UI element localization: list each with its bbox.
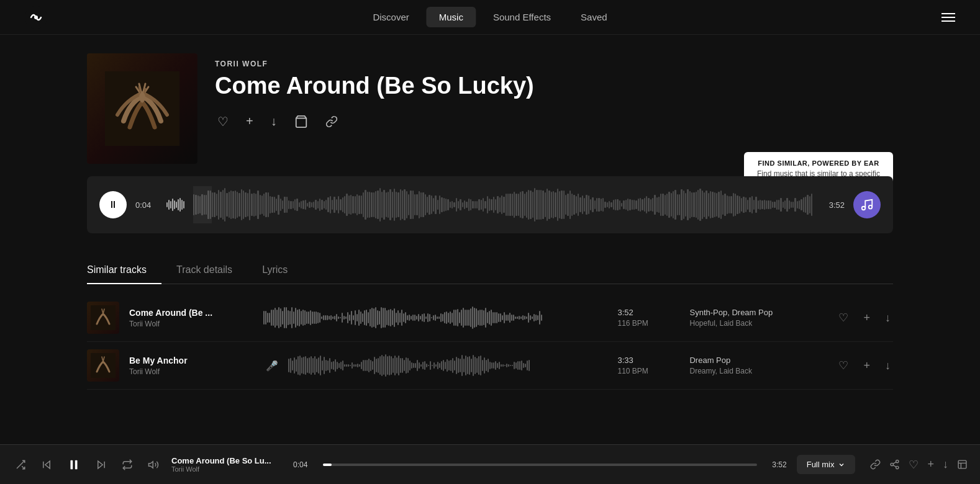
bp-right-actions: ♡ + ↓ (870, 458, 968, 472)
svg-point-18 (896, 460, 899, 462)
track-add-button[interactable]: + (861, 309, 873, 327)
full-mix-label: Full mix (807, 460, 835, 469)
tabs-section: Similar tracks Track details Lyrics (0, 238, 980, 284)
album-art (87, 53, 197, 164)
current-time: 0:04 (135, 200, 158, 210)
hero-info: TORII WOLF Come Around (Be So Lucky) ♡ +… (215, 53, 893, 132)
tab-similar-tracks[interactable]: Similar tracks (87, 258, 161, 284)
copy-link-button[interactable] (323, 113, 340, 130)
track-info: Come Around (Be ... Torii Wolf (129, 308, 253, 328)
mic-icon: 🎤 (266, 360, 278, 372)
nav-discover[interactable]: Discover (360, 7, 421, 27)
svg-rect-23 (958, 460, 966, 468)
nav-saved[interactable]: Saved (568, 7, 620, 27)
tab-track-details[interactable]: Track details (176, 258, 247, 284)
track-list: Come Around (Be ... Torii Wolf 3:52 116 … (0, 284, 980, 390)
bottom-player: Come Around (Be So Lu... Torii Wolf 0:04… (0, 444, 980, 484)
pause-button[interactable]: ⏸ (99, 191, 127, 218)
download-button[interactable]: ↓ (268, 112, 279, 131)
track-info: Be My Anchor Torii Wolf (129, 356, 253, 376)
repeat-button[interactable] (119, 457, 135, 473)
track-thumbnail (87, 302, 119, 334)
shuffle-button[interactable] (12, 457, 29, 473)
bp-download-button[interactable]: ↓ (943, 458, 948, 471)
bp-total-time: 3:52 (764, 460, 787, 469)
svg-rect-7 (91, 305, 116, 330)
svg-point-5 (862, 207, 866, 210)
waveform[interactable] (193, 186, 814, 223)
track-duration-info: 3:52 116 BPM (617, 308, 679, 328)
full-mix-button[interactable]: Full mix (797, 455, 856, 474)
hero-artist: TORII WOLF (215, 60, 893, 68)
track-duration: 3:52 (617, 308, 679, 317)
bp-fullscreen-button[interactable] (957, 459, 968, 470)
track-waveform[interactable] (288, 353, 607, 378)
pause-icon: ⏸ (108, 199, 118, 210)
svg-marker-15 (98, 461, 103, 468)
svg-rect-14 (75, 460, 78, 469)
nav-links: Discover Music Sound Effects Saved (360, 7, 619, 27)
svg-point-3 (139, 92, 145, 102)
bp-track-info: Come Around (Be So Lu... Torii Wolf (171, 456, 283, 473)
svg-rect-2 (105, 71, 179, 146)
svg-point-19 (891, 463, 894, 465)
svg-marker-11 (45, 461, 50, 468)
track-genre: Synth-Pop, Dream Pop (689, 308, 826, 317)
track-duration-info: 3:33 110 BPM (617, 356, 679, 375)
track-genre-info: Synth-Pop, Dream Pop Hopeful, Laid Back (689, 308, 826, 328)
ear-button[interactable] (853, 191, 881, 218)
track-download-button[interactable]: ↓ (882, 357, 893, 375)
track-add-button[interactable]: + (861, 357, 873, 375)
waveform-mini (166, 195, 184, 214)
add-to-playlist-button[interactable]: + (243, 112, 256, 131)
track-genre: Dream Pop (689, 356, 826, 365)
track-artist: Torii Wolf (129, 320, 253, 328)
track-mood: Dreamy, Laid Back (689, 367, 826, 375)
svg-point-6 (869, 205, 873, 209)
track-row: Come Around (Be ... Torii Wolf 3:52 116 … (87, 294, 893, 342)
bp-add-button[interactable]: + (927, 458, 934, 471)
bp-pause-button[interactable] (65, 455, 83, 474)
svg-point-1 (34, 16, 38, 19)
track-bpm: 110 BPM (617, 367, 679, 375)
hero-actions: ♡ + ↓ (215, 112, 893, 132)
svg-point-20 (896, 466, 899, 468)
track-bpm: 116 BPM (617, 319, 679, 328)
waveform-progress (193, 186, 212, 223)
track-duration: 3:33 (617, 356, 679, 365)
track-waveform[interactable] (263, 305, 607, 330)
waveform-player: ⏸ 0:04 3:52 (87, 176, 893, 233)
logo[interactable] (25, 6, 47, 29)
tab-lyrics[interactable]: Lyrics (262, 258, 302, 284)
menu-icon[interactable] (941, 13, 955, 22)
cart-button[interactable] (292, 112, 311, 131)
nav-sound-effects[interactable]: Sound Effects (481, 7, 563, 27)
bp-link-button[interactable] (870, 459, 881, 470)
svg-rect-13 (71, 460, 73, 469)
track-like-button[interactable]: ♡ (836, 308, 851, 327)
bp-share-button[interactable] (889, 459, 900, 470)
svg-line-21 (894, 465, 897, 467)
track-like-button[interactable]: ♡ (836, 356, 851, 375)
total-time: 3:52 (822, 200, 845, 210)
bp-current-time: 0:04 (293, 460, 315, 469)
volume-button[interactable] (145, 457, 161, 473)
previous-button[interactable] (39, 457, 55, 473)
next-button[interactable] (93, 457, 109, 473)
like-button[interactable]: ♡ (215, 112, 231, 132)
track-name: Come Around (Be ... (129, 308, 253, 318)
bp-like-button[interactable]: ♡ (909, 458, 919, 472)
track-actions: ♡ + ↓ (836, 308, 893, 327)
bp-track-name: Come Around (Be So Lu... (171, 456, 283, 465)
navigation: Discover Music Sound Effects Saved (0, 0, 980, 35)
track-artist: Torii Wolf (129, 367, 253, 376)
svg-marker-17 (149, 461, 153, 468)
find-similar-title: FIND SIMILAR, POWERED BY EAR (754, 159, 883, 167)
track-mood: Hopeful, Laid Back (689, 319, 826, 328)
nav-music[interactable]: Music (427, 7, 476, 27)
track-name: Be My Anchor (129, 356, 253, 365)
track-download-button[interactable]: ↓ (882, 309, 893, 327)
tabs: Similar tracks Track details Lyrics (87, 258, 893, 284)
track-genre-info: Dream Pop Dreamy, Laid Back (689, 356, 826, 375)
bp-progress-bar[interactable] (323, 464, 757, 466)
